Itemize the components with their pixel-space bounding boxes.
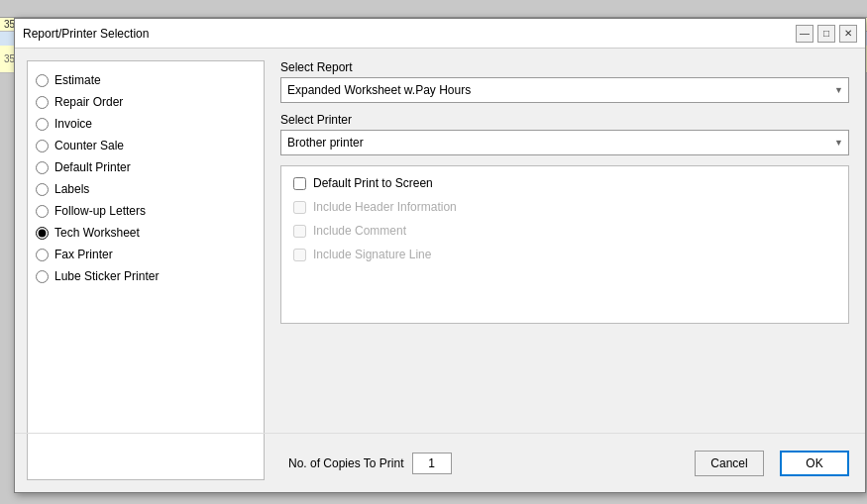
dialog-footer: No. of Copies To Print Cancel OK [15,433,865,492]
radio-labels[interactable]: Labels [36,180,256,198]
select-printer-wrapper: Brother printer [280,130,849,155]
radio-labels-label: Labels [54,182,89,196]
radio-estimate[interactable]: Estimate [36,71,256,89]
include-header-checkbox [293,201,306,214]
title-bar-controls: — □ ✕ [796,25,857,43]
default-print-checkbox[interactable] [293,177,306,190]
copies-input[interactable] [412,453,452,474]
radio-estimate-label: Estimate [54,73,101,87]
radio-follow-up-letters[interactable]: Follow-up Letters [36,202,256,220]
select-report-label: Select Report [280,60,849,74]
checkbox-include-comment: Include Comment [293,224,836,238]
checkbox-include-signature: Include Signature Line [293,248,836,261]
select-printer-dropdown[interactable]: Brother printer [280,130,849,155]
include-header-label: Include Header Information [313,200,457,214]
radio-follow-up-letters-label: Follow-up Letters [54,204,146,218]
radio-lube-sticker-printer[interactable]: Lube Sticker Printer [36,267,256,285]
include-comment-checkbox [293,225,306,238]
radio-fax-printer[interactable]: Fax Printer [36,246,256,263]
radio-tech-worksheet[interactable]: Tech Worksheet [36,224,256,242]
radio-repair-order-label: Repair Order [54,95,123,109]
copies-section: No. of Copies To Print [288,453,452,474]
minimize-button[interactable]: — [796,25,813,43]
radio-counter-sale[interactable]: Counter Sale [36,137,256,154]
copies-label: No. of Copies To Print [288,456,404,470]
select-report-field: Select Report Expanded Worksheet w.Pay H… [280,60,849,103]
radio-panel: Estimate Repair Order Invoice Counter Sa… [27,60,265,480]
cancel-button[interactable]: Cancel [695,451,764,476]
checkbox-include-header: Include Header Information [293,200,836,214]
report-printer-dialog: Report/Printer Selection — □ ✕ Estimate … [14,18,866,493]
radio-lube-sticker-printer-label: Lube Sticker Printer [54,269,159,283]
dialog-title-bar: Report/Printer Selection — □ ✕ [15,19,865,49]
close-button[interactable]: ✕ [839,25,857,43]
radio-counter-sale-label: Counter Sale [54,139,124,152]
include-comment-label: Include Comment [313,224,406,238]
include-signature-label: Include Signature Line [313,248,431,261]
radio-repair-order[interactable]: Repair Order [36,93,256,111]
right-panel: Select Report Expanded Worksheet w.Pay H… [265,49,865,492]
radio-invoice-label: Invoice [54,117,92,131]
radio-invoice[interactable]: Invoice [36,115,256,133]
radio-default-printer-label: Default Printer [54,160,131,174]
checkbox-default-print[interactable]: Default Print to Screen [293,176,836,190]
default-print-label: Default Print to Screen [313,176,433,190]
select-report-wrapper: Expanded Worksheet w.Pay Hours [280,77,849,103]
maximize-button[interactable]: □ [817,25,835,43]
include-signature-checkbox [293,249,306,261]
radio-default-printer[interactable]: Default Printer [36,158,256,176]
options-box: Default Print to Screen Include Header I… [280,165,849,324]
radio-fax-printer-label: Fax Printer [54,248,113,261]
select-printer-field: Select Printer Brother printer [280,113,849,155]
select-printer-label: Select Printer [280,113,849,127]
radio-tech-worksheet-label: Tech Worksheet [54,226,140,240]
select-report-dropdown[interactable]: Expanded Worksheet w.Pay Hours [280,77,849,103]
dialog-body: Estimate Repair Order Invoice Counter Sa… [15,49,865,492]
ok-button[interactable]: OK [780,451,849,476]
dialog-title: Report/Printer Selection [23,27,149,41]
